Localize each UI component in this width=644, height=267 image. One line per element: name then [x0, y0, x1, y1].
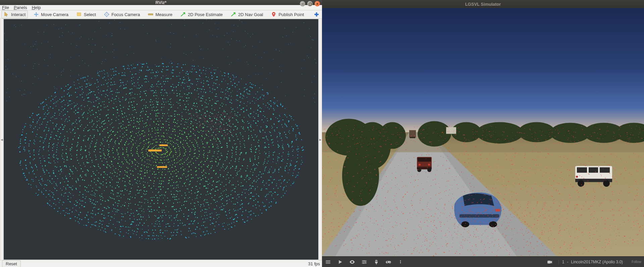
add-tool-button[interactable]: ✚	[313, 11, 320, 18]
svg-point-2573	[195, 217, 196, 217]
svg-point-5513	[420, 236, 421, 236]
svg-point-4335	[54, 86, 54, 87]
svg-point-5151	[404, 222, 405, 223]
svg-point-3649	[93, 224, 93, 225]
svg-point-5358	[417, 160, 418, 161]
svg-point-4960	[556, 210, 557, 210]
svg-point-1750	[71, 147, 72, 148]
svg-point-1262	[185, 195, 186, 196]
svg-point-4987	[402, 213, 403, 214]
right-panel-toggle[interactable]: ▸	[319, 19, 322, 260]
svg-point-5526	[352, 209, 352, 209]
svg-point-4263	[44, 32, 44, 32]
svg-point-3862	[154, 239, 155, 240]
svg-point-4172	[95, 45, 96, 46]
svg-point-217	[143, 141, 144, 141]
svg-point-1843	[238, 184, 238, 185]
svg-point-2665	[106, 90, 107, 91]
plug-icon[interactable]	[373, 259, 380, 265]
svg-point-125	[175, 150, 176, 151]
close-button[interactable]: ×	[315, 1, 320, 6]
vehicle-selector[interactable]: 1 - Lincoln2017MKZ (Apollo 3.0)	[558, 260, 623, 264]
sliders-icon[interactable]	[361, 259, 368, 265]
svg-point-6612	[327, 130, 327, 131]
menu-help[interactable]: Help	[32, 5, 41, 10]
tool-publish-point[interactable]: Publish Point	[269, 10, 306, 18]
svg-point-4273	[106, 94, 107, 95]
svg-point-2968	[210, 220, 211, 220]
tool-move-camera[interactable]: Move Camera	[31, 10, 71, 18]
svg-point-5524	[354, 211, 355, 212]
svg-point-222	[152, 137, 152, 137]
minimize-button[interactable]: –	[300, 1, 305, 6]
svg-point-3241	[34, 158, 35, 159]
menu-file[interactable]: File	[2, 5, 9, 10]
svg-point-6460	[572, 135, 572, 136]
svg-point-565	[196, 171, 197, 171]
svg-point-2826	[45, 161, 45, 161]
svg-point-4714	[507, 218, 508, 219]
svg-point-1804	[208, 104, 209, 105]
svg-point-2406	[117, 211, 117, 212]
tool-measure[interactable]: Measure	[146, 10, 175, 18]
svg-point-2688	[184, 83, 185, 83]
svg-point-5817	[472, 246, 473, 247]
svg-point-3043	[44, 131, 45, 132]
follow-toggle[interactable]: Follow	[628, 260, 641, 264]
svg-point-1142	[145, 194, 145, 195]
svg-point-338	[132, 163, 133, 163]
menu-icon[interactable]	[325, 259, 331, 265]
svg-point-4420	[210, 116, 211, 117]
svg-point-3834	[251, 219, 252, 219]
lgsvl-3d-view[interactable]	[322, 8, 644, 256]
svg-point-6522	[559, 132, 560, 132]
svg-point-2727	[273, 145, 274, 145]
rviz-3d-view[interactable]	[4, 19, 318, 260]
svg-point-1326	[121, 111, 122, 111]
svg-point-2043	[142, 211, 142, 211]
svg-point-4214	[186, 54, 186, 55]
svg-point-4893	[521, 222, 522, 223]
svg-point-4945	[534, 184, 535, 185]
svg-point-5598	[558, 233, 559, 233]
svg-point-5157	[381, 207, 382, 207]
lgsvl-titlebar[interactable]: LGSVL Simulator	[322, 0, 644, 8]
maximize-button[interactable]: ▢	[307, 1, 313, 6]
svg-point-4299	[89, 39, 89, 40]
svg-point-4946	[535, 184, 536, 184]
svg-point-4178	[92, 39, 93, 40]
svg-point-1918	[68, 140, 68, 140]
svg-point-98	[147, 155, 148, 156]
svg-point-1356	[216, 119, 217, 120]
svg-point-172	[173, 142, 174, 143]
tool-2d-nav-goal[interactable]: 2D Nav Goal	[228, 10, 265, 18]
gamepad-icon[interactable]	[385, 259, 392, 265]
svg-point-4136	[156, 40, 156, 40]
svg-point-135	[169, 161, 170, 162]
tool-interact[interactable]: Interact	[1, 10, 28, 18]
svg-point-4783	[434, 216, 434, 217]
svg-point-2958	[234, 210, 235, 211]
svg-point-6389	[367, 253, 367, 254]
eye-icon[interactable]	[349, 259, 356, 265]
tool-select[interactable]: Select	[74, 10, 98, 18]
reset-button[interactable]: Reset	[2, 260, 21, 267]
svg-point-484	[172, 176, 173, 177]
svg-point-2170	[265, 154, 266, 154]
svg-point-2560	[241, 200, 242, 201]
camera-icon[interactable]	[546, 259, 553, 265]
info-icon[interactable]	[397, 259, 404, 265]
left-panel-toggle[interactable]: ◂	[0, 19, 3, 260]
menu-panels[interactable]: Panels	[14, 5, 27, 10]
svg-point-3310	[206, 76, 207, 77]
play-icon[interactable]	[337, 259, 343, 265]
svg-point-2050	[117, 205, 118, 206]
svg-point-4866	[497, 180, 497, 180]
tool-focus-camera[interactable]: Focus Camera	[102, 10, 142, 18]
rviz-titlebar[interactable]: RViz* – ▢ ×	[0, 0, 322, 5]
svg-point-552	[203, 147, 204, 147]
svg-point-1257	[197, 192, 198, 193]
svg-point-508	[118, 153, 119, 154]
tool-2d-pose-estimate[interactable]: 2D Pose Estimate	[178, 10, 225, 18]
svg-point-6291	[583, 247, 584, 248]
